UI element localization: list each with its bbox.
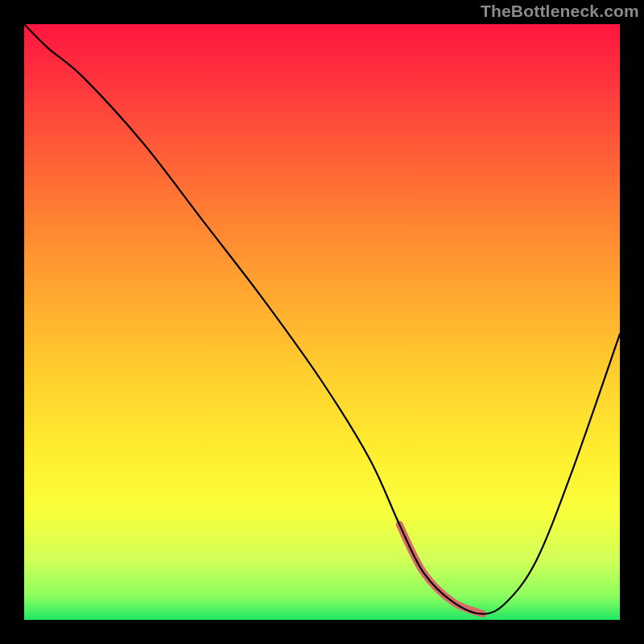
watermark-text: TheBottleneck.com bbox=[481, 2, 639, 21]
bottleneck-curve bbox=[24, 24, 620, 614]
chart-frame: TheBottleneck.com bbox=[0, 0, 644, 644]
trough-highlight bbox=[399, 525, 483, 614]
curve-layer bbox=[24, 24, 620, 620]
plot-area bbox=[24, 24, 620, 620]
